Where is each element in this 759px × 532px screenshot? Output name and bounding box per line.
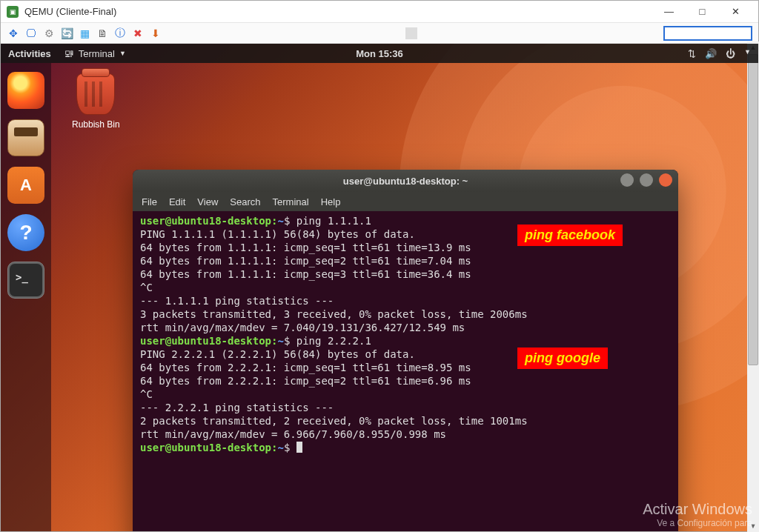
monitor-icon[interactable]: 🖵: [24, 27, 38, 40]
terminal-icon: 🖳: [64, 48, 74, 59]
doc-icon[interactable]: 🗎: [96, 27, 109, 40]
network-icon[interactable]: ⇅: [688, 48, 696, 59]
cmd-1: ping 1.1.1.1: [296, 215, 371, 227]
windows-icon[interactable]: ▦: [78, 27, 91, 40]
cursor: [296, 442, 302, 453]
toolbar-indicator: [405, 27, 417, 39]
menu-help[interactable]: Help: [321, 196, 341, 207]
clock[interactable]: Mon 15:36: [356, 48, 403, 59]
menu-view[interactable]: View: [197, 196, 218, 207]
download-icon[interactable]: ⬇: [149, 27, 162, 40]
gear-icon[interactable]: ⚙: [42, 27, 56, 40]
menu-search[interactable]: Search: [230, 196, 260, 207]
windows-activation-watermark: Activar Windows Ve a Configuración para: [643, 501, 752, 528]
dock-terminal[interactable]: [7, 262, 44, 299]
stop-icon[interactable]: ✖: [131, 27, 145, 40]
dock-software[interactable]: [7, 167, 44, 204]
dock-files[interactable]: [7, 119, 44, 156]
host-close-button[interactable]: ✕: [719, 1, 752, 22]
power-icon[interactable]: ⏻: [726, 48, 735, 59]
chevron-down-icon: ▼: [119, 50, 126, 57]
dock-help[interactable]: ?: [7, 214, 44, 251]
host-window-title: QEMU (Cliente-Final): [24, 6, 116, 17]
dock-firefox[interactable]: [7, 72, 44, 109]
annotation-facebook: ping facebook: [517, 225, 623, 246]
desktop-icon-rubbish[interactable]: Rubbish Bin: [72, 73, 120, 130]
dock: ?: [1, 63, 51, 531]
trash-icon: [76, 73, 115, 115]
toolbar-input[interactable]: [663, 26, 752, 41]
guest-viewport: Activities 🖳 Terminal ▼ Mon 15:36 ⇅ 🔊 ⏻ …: [1, 44, 758, 531]
qemu-icon: ▣: [7, 6, 19, 18]
terminal-title: user@ubuntu18-desktop: ~: [343, 176, 468, 187]
terminal-maximize-button[interactable]: [640, 173, 653, 187]
activities-button[interactable]: Activities: [8, 48, 51, 59]
terminal-titlebar[interactable]: user@ubuntu18-desktop: ~: [133, 170, 678, 192]
desktop-icon-label: Rubbish Bin: [72, 119, 120, 130]
terminal-minimize-button[interactable]: [620, 173, 634, 187]
cmd-2: ping 2.2.2.1: [296, 335, 371, 347]
gnome-topbar: Activities 🖳 Terminal ▼ Mon 15:36 ⇅ 🔊 ⏻ …: [1, 44, 758, 63]
output-2: PING 2.2.2.1 (2.2.2.1) 56(84) bytes of d…: [140, 348, 528, 440]
host-minimize-button[interactable]: —: [652, 1, 686, 22]
terminal-body[interactable]: user@ubuntu18-desktop:~$ ping 1.1.1.1 PI…: [133, 211, 678, 531]
chevron-down-icon[interactable]: ▼: [744, 48, 751, 59]
qemu-toolbar: ✥ 🖵 ⚙ 🔄 ▦ 🗎 ⓘ ✖ ⬇: [1, 23, 758, 44]
terminal-close-button[interactable]: [659, 173, 672, 187]
terminal-menubar: File Edit View Search Terminal Help: [133, 192, 678, 211]
info-icon[interactable]: ⓘ: [113, 27, 127, 40]
host-vertical-scrollbar[interactable]: ▲ ▼: [747, 41, 759, 532]
host-titlebar: ▣ QEMU (Cliente-Final) — □ ✕: [1, 1, 758, 23]
scroll-thumb[interactable]: [748, 54, 758, 365]
app-menu[interactable]: 🖳 Terminal ▼: [64, 48, 126, 59]
output-1: PING 1.1.1.1 (1.1.1.1) 56(84) bytes of d…: [140, 228, 528, 333]
toolbar-icon[interactable]: ✥: [7, 27, 20, 40]
host-maximize-button[interactable]: □: [686, 1, 719, 22]
app-menu-label: Terminal: [79, 48, 115, 59]
menu-terminal[interactable]: Terminal: [273, 196, 309, 207]
annotation-google: ping google: [517, 348, 608, 369]
volume-icon[interactable]: 🔊: [705, 48, 717, 59]
menu-edit[interactable]: Edit: [169, 196, 185, 207]
menu-file[interactable]: File: [142, 196, 157, 207]
refresh-icon[interactable]: 🔄: [60, 27, 73, 40]
